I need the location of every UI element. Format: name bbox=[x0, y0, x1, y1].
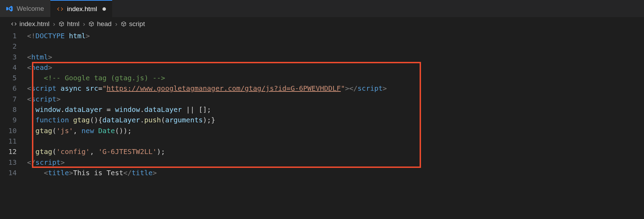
chevron-right-icon: › bbox=[53, 20, 55, 28]
line-number: 7 bbox=[0, 94, 27, 104]
line-number: 8 bbox=[0, 104, 27, 115]
chevron-right-icon: › bbox=[115, 20, 117, 28]
line-number: 11 bbox=[0, 136, 27, 146]
code-icon bbox=[11, 21, 17, 27]
code-line: 7<script> bbox=[0, 94, 644, 104]
breadcrumb-html[interactable]: html bbox=[59, 20, 80, 28]
chevron-right-icon: › bbox=[83, 20, 85, 28]
line-number: 6 bbox=[0, 83, 27, 94]
code-line: 8 window.dataLayer = window.dataLayer ||… bbox=[0, 104, 644, 115]
code-line: 13</script> bbox=[0, 157, 644, 168]
line-number: 9 bbox=[0, 115, 27, 125]
line-number: 14 bbox=[0, 168, 27, 178]
tab-index-html[interactable]: index.html bbox=[50, 0, 113, 17]
breadcrumb-label: script bbox=[129, 20, 145, 28]
breadcrumb-label: html bbox=[67, 20, 80, 28]
line-number: 2 bbox=[0, 41, 27, 51]
breadcrumb: index.html › html › head › script bbox=[0, 17, 644, 31]
code-line: 5 <!-- Google tag (gtag.js) --> bbox=[0, 73, 644, 83]
breadcrumb-head[interactable]: head bbox=[89, 20, 112, 28]
code-line: 12 gtag('config', 'G-6JTESTW2LL'); bbox=[0, 146, 644, 157]
tab-welcome[interactable]: Welcome bbox=[0, 0, 50, 17]
code-line: 6<script async src="https://www.googleta… bbox=[0, 83, 644, 94]
breadcrumb-label: head bbox=[97, 20, 112, 28]
line-number: 3 bbox=[0, 52, 27, 62]
cube-icon bbox=[59, 21, 64, 27]
code-line: 14 <title>This is Test</title> bbox=[0, 168, 644, 178]
dirty-indicator-icon bbox=[102, 7, 106, 11]
code-line: 1<!DOCTYPE html> bbox=[0, 31, 644, 41]
vscode-icon bbox=[6, 5, 13, 12]
code-line: 10 gtag('js', new Date()); bbox=[0, 125, 644, 136]
tab-label: Welcome bbox=[17, 5, 44, 13]
line-number: 12 bbox=[0, 146, 27, 157]
tab-label: index.html bbox=[67, 5, 97, 13]
code-editor[interactable]: 1<!DOCTYPE html> 2 3<html> 4<head> 5 <!-… bbox=[0, 31, 644, 178]
line-number: 1 bbox=[0, 31, 27, 41]
line-number: 10 bbox=[0, 125, 27, 136]
cube-icon bbox=[121, 21, 126, 27]
line-number: 5 bbox=[0, 73, 27, 83]
editor-tabs: Welcome index.html bbox=[0, 0, 644, 17]
breadcrumb-label: index.html bbox=[19, 20, 50, 28]
cube-icon bbox=[89, 21, 94, 27]
code-line: 3<html> bbox=[0, 52, 644, 62]
breadcrumb-file[interactable]: index.html bbox=[11, 20, 50, 28]
line-number: 4 bbox=[0, 62, 27, 73]
code-line: 4<head> bbox=[0, 62, 644, 73]
code-line: 2 bbox=[0, 41, 644, 51]
code-line: 9 function gtag(){dataLayer.push(argumen… bbox=[0, 115, 644, 125]
code-line: 11 bbox=[0, 136, 644, 146]
code-icon bbox=[57, 6, 64, 13]
line-number: 13 bbox=[0, 157, 27, 168]
breadcrumb-script[interactable]: script bbox=[121, 20, 145, 28]
